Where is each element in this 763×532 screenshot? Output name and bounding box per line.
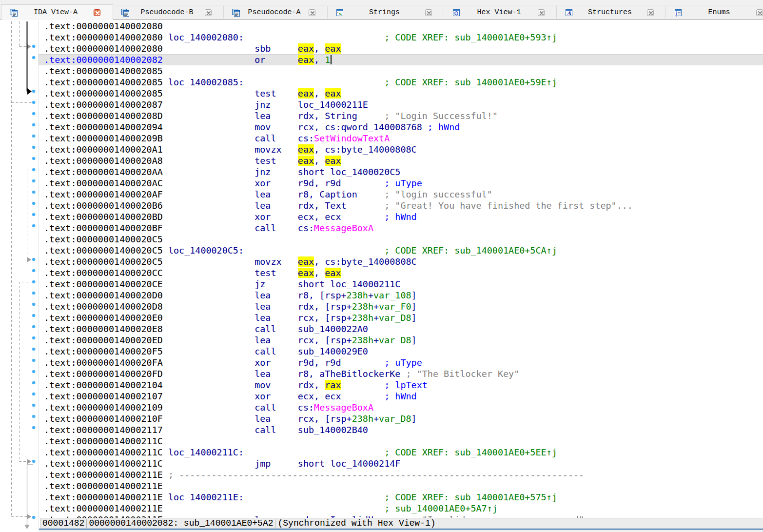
asm-line[interactable]: .text:0000000140002087 jnz loc_14000211E: [39, 99, 763, 110]
tab-hex-view-1[interactable]: Hex View-1: [444, 5, 557, 20]
close-icon[interactable]: [538, 9, 545, 16]
asm-line[interactable]: .text:000000014000208D lea rdx, String ;…: [39, 110, 763, 121]
asm-line[interactable]: .text:00000001400020AC xor r9d, r9d ; uT…: [39, 177, 763, 189]
asm-line[interactable]: .text:000000014000211E ; ---------------…: [39, 469, 763, 480]
code-text: rdx, [rsp+: [298, 301, 352, 312]
spacer: [271, 290, 297, 300]
instruction-dot: [32, 269, 36, 273]
tab-pseudocode-b[interactable]: Pseudocode-B: [113, 5, 224, 20]
tab-ida-view-a[interactable]: IDA View-A: [1, 4, 113, 20]
jump-arrows-svg: [0, 20, 39, 532]
address: .text:00000001400020CC: [44, 268, 163, 278]
tab-label: Structures: [573, 8, 647, 17]
asm-line[interactable]: .text:000000014000211C: [39, 435, 763, 447]
asm-line[interactable]: .text:0000000140002117 call sub_140002B4…: [39, 424, 763, 435]
asm-line[interactable]: .text:00000001400020E8 call sub_1400022A…: [39, 323, 763, 335]
instruction-dot: [32, 202, 36, 205]
asm-line[interactable]: .text:00000001400020CC test eax, eax: [39, 267, 763, 278]
asm-line[interactable]: .text:00000001400020BF call cs:MessageBo…: [39, 222, 763, 234]
asm-line[interactable]: .text:000000014000209B call cs:SetWindow…: [39, 133, 763, 144]
jump-arrowhead-down: [24, 525, 30, 529]
code-text: ]: [411, 290, 417, 300]
address: .text:00000001400020D8: [44, 301, 163, 312]
address: .text:00000001400020BF: [44, 223, 163, 233]
jump-arrow-line: [20, 282, 34, 462]
asm-line[interactable]: .text:00000001400020FA xor r9d, r9d ; uT…: [39, 357, 763, 368]
asm-line[interactable]: .text:00000001400020A1 movzx eax, cs:byt…: [39, 144, 763, 155]
asm-line[interactable]: .text:0000000140002085: [39, 65, 763, 77]
instruction-dot: [32, 90, 36, 93]
asm-line[interactable]: .text:0000000140002085 loc_140002085: ; …: [39, 77, 763, 88]
instruction-dot: [32, 381, 36, 385]
asm-line[interactable]: .text:00000001400020AA jnz short loc_140…: [39, 166, 763, 177]
spacer: [163, 313, 254, 323]
number: 238h: [352, 313, 373, 323]
asm-line[interactable]: .text:000000014000211C loc_14000211C: ; …: [39, 447, 763, 458]
svg-text:A: A: [567, 10, 571, 16]
asm-line[interactable]: .text:00000001400020FD lea r8, aTheBitlo…: [39, 368, 763, 379]
asm-line[interactable]: .text:0000000140002094 mov rcx, cs:qword…: [39, 121, 763, 133]
asm-line[interactable]: .text:00000001400020E0 lea rcx, [rsp+238…: [39, 312, 763, 323]
address: .text:0000000140002104: [44, 380, 163, 390]
spacer: [163, 122, 254, 132]
address: .text:000000014000211E: [44, 481, 163, 491]
close-icon[interactable]: [205, 9, 212, 16]
code-text: short loc_14000214F: [298, 458, 401, 469]
asm-line[interactable]: .text:000000014000211E lea rdx, aInvalid…: [39, 514, 763, 518]
close-icon[interactable]: [756, 9, 763, 16]
close-icon[interactable]: [94, 9, 100, 16]
asm-line[interactable]: .text:000000014000210F lea rcx, [rsp+238…: [39, 413, 763, 424]
asm-line[interactable]: .text:00000001400020D8 lea rdx, [rsp+238…: [39, 301, 763, 312]
tab-strings[interactable]: s ' Strings: [328, 5, 444, 20]
spacer: [406, 514, 411, 518]
asm-line[interactable]: .text:0000000140002107 xor ecx, ecx ; hW…: [39, 391, 763, 402]
asm-line[interactable]: .text:00000001400020C5 movzx eax, cs:byt…: [39, 256, 763, 267]
highlighted-register: eax: [298, 88, 314, 99]
code-text: rcx, [rsp+: [298, 335, 352, 345]
status-separator: [438, 519, 438, 528]
instruction-dot: [32, 191, 36, 194]
asm-line[interactable]: .text:00000001400020F5 call sub_1400029E…: [39, 346, 763, 357]
auto-comment: ; hWnd: [428, 122, 460, 132]
asm-line[interactable]: .text:000000014000211E loc_14000211E: ; …: [39, 492, 763, 503]
code-text: mov: [254, 122, 271, 132]
close-icon[interactable]: [647, 9, 654, 16]
disassembly-listing[interactable]: .text:0000000140002080.text:000000014000…: [0, 20, 763, 518]
asm-line[interactable]: .text:00000001400020C5 loc_1400020C5: ; …: [39, 245, 763, 256]
address: .text:00000001400020A8: [44, 156, 163, 166]
asm-line[interactable]: .text:000000014000211E: [39, 480, 763, 492]
asm-line[interactable]: .text:00000001400020D0 lea r8, [rsp+238h…: [39, 290, 763, 301]
tab-pseudocode-a[interactable]: Pseudocode-A: [224, 5, 328, 20]
asm-line[interactable]: .text:0000000140002104 mov rdx, rax ; lp…: [39, 379, 763, 391]
asm-line[interactable]: .text:0000000140002080 loc_140002080: ; …: [39, 32, 763, 43]
asm-line[interactable]: .text:0000000140002085 test eax, eax: [39, 88, 763, 99]
tab-structures[interactable]: A Structures: [557, 5, 666, 20]
tab-enums[interactable]: Enums: [666, 5, 763, 20]
auto-comment: ; hWnd: [384, 391, 417, 401]
asm-line[interactable]: .text:0000000140002109 call cs:MessageBo…: [39, 402, 763, 413]
asm-line[interactable]: .text:00000001400020B6 lea rdx, Text ; "…: [39, 200, 763, 211]
number: 238h: [352, 335, 373, 345]
asm-line[interactable]: .text:00000001400020ED lea rcx, [rsp+238…: [39, 335, 763, 346]
code-text: lea: [254, 313, 271, 323]
asm-line-current[interactable]: .text:0000000140002082 or eax, 1: [39, 54, 763, 65]
asm-line[interactable]: .text:00000001400020C5: [39, 234, 763, 245]
asm-line[interactable]: .text:00000001400020A8 test eax, eax: [39, 155, 763, 166]
code-text: sbb: [254, 43, 271, 54]
address: .text:000000014000211C: [44, 436, 163, 446]
close-icon[interactable]: [425, 9, 432, 16]
asm-line[interactable]: .text:0000000140002080: [39, 20, 763, 32]
asm-line[interactable]: .text:00000001400020CE jz short loc_1400…: [39, 278, 763, 290]
asm-line[interactable]: .text:000000014000211C jmp short loc_140…: [39, 458, 763, 469]
asm-line[interactable]: .text:000000014000211E ; sub_140001AE0+5…: [39, 503, 763, 514]
asm-line[interactable]: .text:00000001400020AF lea r8, Caption ;…: [39, 189, 763, 200]
xref-comment: ; sub_140001AE0+5A7↑j: [384, 503, 498, 513]
spacer: [163, 369, 254, 379]
comment: ; --------------------------------------…: [168, 470, 584, 480]
pseudocode-icon: [121, 9, 129, 17]
tab-label: Enums: [682, 8, 756, 17]
close-icon[interactable]: [309, 9, 315, 16]
asm-line[interactable]: .text:00000001400020BD xor ecx, ecx ; hW…: [39, 211, 763, 222]
instruction-dot: [32, 336, 36, 340]
asm-line[interactable]: .text:0000000140002080 sbb eax, eax: [39, 43, 763, 54]
